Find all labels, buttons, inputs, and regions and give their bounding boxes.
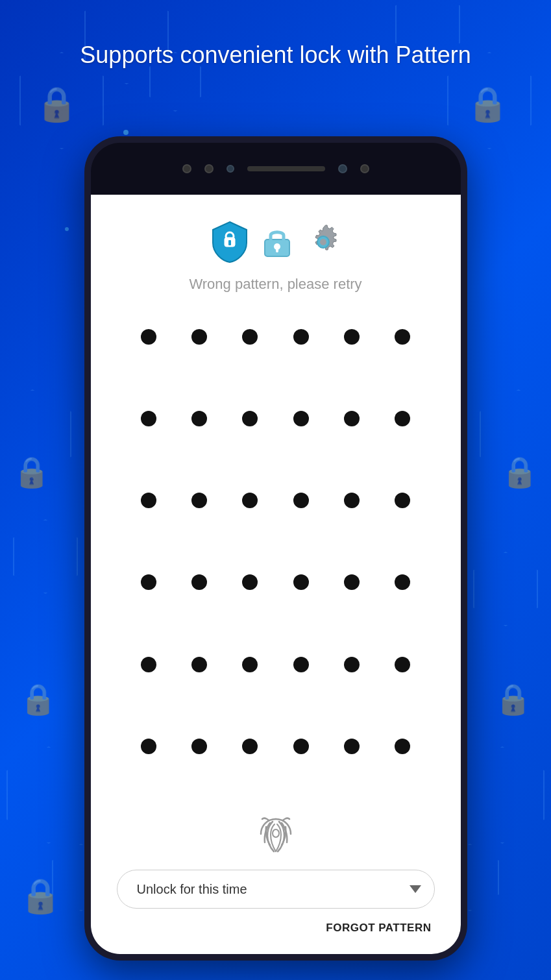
bg-lock-icon-1: 🔒 xyxy=(36,84,78,124)
dot-1-1[interactable] xyxy=(123,309,174,364)
dot-2-5[interactable] xyxy=(326,391,377,446)
dot-2-2[interactable] xyxy=(174,391,225,446)
app-icons-row xyxy=(210,221,341,263)
forgot-pattern-button[interactable]: FORGOT PATTERN xyxy=(326,922,431,935)
fingerprint-icon xyxy=(256,814,296,857)
dot-1-3[interactable] xyxy=(225,309,275,364)
svg-point-7 xyxy=(320,239,326,245)
dot-3-1[interactable] xyxy=(123,473,174,528)
phone-top-bar xyxy=(91,143,461,195)
dot-4-3[interactable] xyxy=(225,555,275,610)
dot-3-6[interactable] xyxy=(377,473,428,528)
phone-frame: Wrong pattern, please retry xyxy=(84,136,467,961)
dot-2-1[interactable] xyxy=(123,391,174,446)
unlock-button-label: Unlock for this time xyxy=(137,882,247,897)
camera-sensors xyxy=(204,164,214,173)
dot-3-5[interactable] xyxy=(326,473,377,528)
unlock-button[interactable]: Unlock for this time xyxy=(117,870,435,909)
dot-3-4[interactable] xyxy=(276,473,326,528)
dot-3-3[interactable] xyxy=(225,473,275,528)
lock-small-icon xyxy=(262,225,292,259)
svg-rect-5 xyxy=(276,247,278,252)
dot-6-1[interactable] xyxy=(123,719,174,774)
dot-1-5[interactable] xyxy=(326,309,377,364)
dot-5-5[interactable] xyxy=(326,637,377,692)
dot-1-4[interactable] xyxy=(276,309,326,364)
dot-4-1[interactable] xyxy=(123,555,174,610)
dot-4-5[interactable] xyxy=(326,555,377,610)
gear-settings-icon xyxy=(305,224,341,260)
dot-2-3[interactable] xyxy=(225,391,275,446)
page-title: Supports convenient lock with Pattern xyxy=(0,39,551,71)
camera-left xyxy=(182,164,191,173)
camera-right xyxy=(360,164,369,173)
pattern-grid[interactable] xyxy=(117,309,435,801)
dot-6-4[interactable] xyxy=(276,719,326,774)
dot-5-3[interactable] xyxy=(225,637,275,692)
bg-lock-icon-2: 🔒 xyxy=(467,84,509,124)
camera-light xyxy=(227,165,234,173)
shield-icon xyxy=(210,221,249,263)
svg-point-8 xyxy=(273,829,279,837)
bg-lock-icon-4: 🔒 xyxy=(501,454,538,489)
dot-5-1[interactable] xyxy=(123,637,174,692)
title-text: Supports convenient lock with Pattern xyxy=(80,42,471,68)
dot-4-2[interactable] xyxy=(174,555,225,610)
dot-2-6[interactable] xyxy=(377,391,428,446)
dot-5-2[interactable] xyxy=(174,637,225,692)
dot-2-4[interactable] xyxy=(276,391,326,446)
bg-lock-icon-3: 🔒 xyxy=(13,454,50,489)
bg-lock-icon-6: 🔒 xyxy=(495,681,532,717)
bg-lock-icon-5: 🔒 xyxy=(19,681,56,717)
fingerprint-area[interactable] xyxy=(256,814,296,857)
phone-screen: Wrong pattern, please retry xyxy=(91,195,461,954)
dot-3-2[interactable] xyxy=(174,473,225,528)
forgot-pattern-label: FORGOT PATTERN xyxy=(326,922,431,934)
dot-1-2[interactable] xyxy=(174,309,225,364)
dot-1-6[interactable] xyxy=(377,309,428,364)
dot-6-6[interactable] xyxy=(377,719,428,774)
phone-speaker xyxy=(247,166,325,171)
dot-6-3[interactable] xyxy=(225,719,275,774)
dot-4-4[interactable] xyxy=(276,555,326,610)
dot-5-6[interactable] xyxy=(377,637,428,692)
dot-6-5[interactable] xyxy=(326,719,377,774)
bg-lock-icon-7: 🔒 xyxy=(19,876,62,916)
svg-rect-2 xyxy=(228,240,231,245)
dropdown-arrow-icon xyxy=(410,885,421,893)
dot-4-6[interactable] xyxy=(377,555,428,610)
status-message: Wrong pattern, please retry xyxy=(189,276,361,293)
front-camera xyxy=(338,164,347,173)
dot-6-2[interactable] xyxy=(174,719,225,774)
dot-5-4[interactable] xyxy=(276,637,326,692)
